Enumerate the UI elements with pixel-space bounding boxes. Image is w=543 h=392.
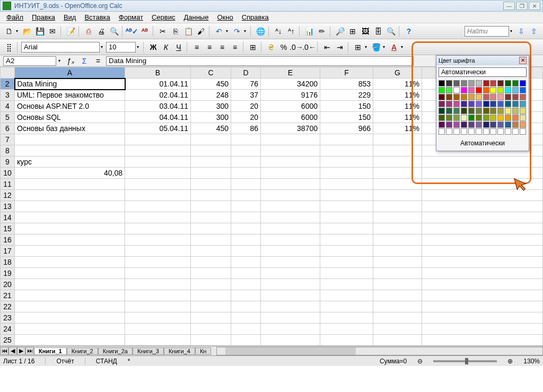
currency-icon[interactable]: ₴ (265, 41, 277, 53)
cell[interactable] (373, 279, 422, 290)
color-swatch[interactable] (512, 80, 519, 86)
color-swatch[interactable] (512, 87, 519, 93)
color-swatch[interactable] (497, 80, 504, 86)
cell[interactable]: 40,08 (15, 168, 125, 179)
color-swatch[interactable] (520, 128, 526, 135)
formula-input[interactable] (106, 56, 414, 66)
fontcolor-icon[interactable]: A (388, 41, 400, 53)
edit-icon[interactable]: 📝 (65, 25, 76, 37)
italic-icon[interactable]: К (160, 41, 172, 53)
row-header[interactable]: 9 (1, 156, 15, 168)
cell[interactable] (320, 145, 373, 156)
zoom-out-icon[interactable]: ⊖ (417, 358, 423, 365)
cell[interactable] (373, 190, 422, 201)
cell[interactable] (15, 190, 125, 201)
cell[interactable]: Основы ASP.NET 2.0 (15, 101, 125, 112)
color-swatch[interactable] (497, 115, 504, 121)
cell[interactable] (15, 268, 125, 279)
color-swatch[interactable] (512, 94, 519, 100)
zoom-in-icon[interactable]: ⊕ (507, 358, 513, 365)
cell[interactable]: 300 (191, 101, 231, 112)
cell[interactable] (261, 201, 320, 212)
cell[interactable] (373, 179, 422, 190)
dropdown-icon[interactable]: ▾ (58, 58, 63, 63)
cell[interactable] (125, 190, 191, 201)
sheet-tab[interactable]: Книги_4 (164, 347, 195, 355)
cell[interactable]: 150 (320, 112, 373, 123)
color-swatch[interactable] (439, 101, 445, 107)
color-swatch[interactable] (505, 121, 511, 128)
cell[interactable]: 300 (191, 112, 231, 123)
color-swatch[interactable] (446, 121, 452, 128)
row-header[interactable]: 16 (1, 234, 15, 246)
align-justify-icon[interactable]: ≡ (229, 41, 241, 53)
color-swatch[interactable] (461, 101, 467, 107)
cell[interactable] (261, 301, 320, 312)
cell[interactable]: 966 (320, 123, 373, 134)
color-swatch[interactable] (476, 115, 482, 121)
cell[interactable] (231, 134, 261, 145)
color-swatch[interactable] (483, 87, 489, 93)
row-header[interactable]: 19 (1, 268, 15, 279)
color-swatch[interactable] (446, 80, 452, 86)
datasources-icon[interactable]: 🗄 (372, 25, 384, 37)
cell[interactable] (320, 279, 373, 290)
cell[interactable] (15, 145, 125, 156)
cell[interactable] (125, 201, 191, 212)
function-wizard-icon[interactable]: ƒₓ (65, 55, 76, 67)
cell[interactable]: 853 (320, 79, 373, 90)
cell[interactable] (191, 212, 231, 223)
cell[interactable]: 11% (373, 79, 422, 90)
row-header[interactable]: 4 (1, 101, 15, 112)
color-swatch[interactable] (476, 121, 482, 128)
color-swatch[interactable] (490, 108, 496, 114)
tab-first-icon[interactable]: ⏮ (0, 347, 8, 355)
row-header[interactable]: 7 (1, 134, 15, 145)
cell[interactable] (261, 223, 320, 234)
cell[interactable]: курс (15, 156, 125, 168)
cell[interactable] (231, 312, 261, 324)
color-swatch[interactable] (490, 87, 496, 93)
color-swatch[interactable] (461, 115, 467, 121)
cell[interactable] (15, 134, 125, 145)
color-swatch[interactable] (468, 115, 475, 121)
color-swatch[interactable] (468, 128, 475, 135)
color-swatch[interactable] (490, 101, 496, 107)
cell[interactable] (15, 312, 125, 324)
cell[interactable] (191, 134, 231, 145)
cell[interactable] (15, 201, 125, 212)
copy-icon[interactable]: ⎘ (170, 25, 181, 37)
cell[interactable] (320, 223, 373, 234)
cell[interactable]: 450 (191, 123, 231, 134)
cell[interactable] (373, 156, 422, 168)
cell[interactable] (320, 168, 373, 179)
cell[interactable] (231, 335, 261, 346)
cell[interactable] (191, 335, 231, 346)
color-swatch[interactable] (468, 80, 475, 86)
auto-color-button[interactable]: Автоматически (439, 138, 527, 149)
cell[interactable] (261, 145, 320, 156)
cell[interactable]: 6000 (261, 112, 320, 123)
cell[interactable] (231, 257, 261, 268)
dropdown-icon[interactable]: ▾ (16, 29, 20, 33)
undo-icon[interactable]: ↶ (213, 25, 225, 37)
dropdown-icon[interactable]: ▾ (101, 45, 105, 49)
cell[interactable] (373, 234, 422, 246)
paste-icon[interactable]: 📋 (182, 25, 194, 37)
cell[interactable] (261, 190, 320, 201)
align-left-icon[interactable]: ≡ (191, 41, 203, 53)
sheet-tab[interactable]: Книги_2 (67, 347, 98, 355)
merge-cells-icon[interactable]: ⊞ (247, 41, 259, 53)
cell[interactable] (261, 156, 320, 168)
bgcolor-icon[interactable]: 🪣 (370, 41, 382, 53)
color-swatch[interactable] (446, 101, 452, 107)
redo-icon[interactable]: ↷ (231, 25, 243, 37)
cell[interactable] (15, 179, 125, 190)
sheet-tab[interactable]: Книги_3 (133, 347, 164, 355)
color-swatch[interactable] (446, 115, 452, 121)
color-swatch[interactable] (446, 87, 452, 93)
row-header[interactable]: 14 (1, 212, 15, 223)
search-input[interactable] (465, 26, 509, 37)
cell[interactable] (15, 257, 125, 268)
minimize-button[interactable]: ― (503, 2, 515, 10)
